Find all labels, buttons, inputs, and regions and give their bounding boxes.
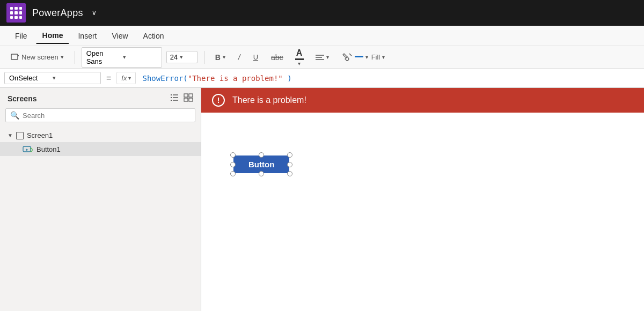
canvas-button-wrapper: Button — [233, 156, 289, 173]
button1-item[interactable]: Button1 — [0, 142, 201, 156]
font-selector[interactable]: Open Sans ▾ — [82, 47, 162, 68]
handle-middle-right[interactable] — [287, 162, 292, 167]
svg-rect-16 — [189, 98, 193, 101]
main-content: Screens — [0, 88, 644, 311]
formula-str: "There is a problem!" — [188, 74, 283, 83]
bold-chevron-icon: ▾ — [223, 54, 225, 60]
align-button[interactable]: ▾ — [311, 51, 333, 63]
equals-sign: = — [106, 73, 111, 83]
fill-icon — [342, 53, 353, 62]
svg-rect-7 — [171, 94, 172, 95]
fx-label: fx — [121, 74, 127, 82]
property-selector[interactable]: OnSelect ▾ — [4, 72, 101, 84]
screen1-chevron-icon: ▼ — [8, 132, 13, 138]
toolbar-separator-1 — [75, 51, 75, 64]
handle-bottom-middle[interactable] — [259, 171, 264, 176]
menu-view[interactable]: View — [105, 28, 134, 43]
new-screen-label: New screen — [21, 53, 58, 61]
menu-insert[interactable]: Insert — [71, 28, 103, 43]
handle-middle-left[interactable] — [230, 162, 236, 167]
fill-color-bar — [355, 56, 363, 57]
search-input[interactable] — [23, 112, 191, 120]
fill-color-button[interactable]: ▾ Fill ▾ — [338, 50, 390, 64]
new-screen-icon — [11, 54, 19, 61]
font-size-value: 24 — [170, 53, 178, 61]
handle-bottom-right[interactable] — [287, 171, 292, 176]
font-color-bar — [295, 58, 304, 60]
menu-home[interactable]: Home — [36, 28, 70, 44]
formula-fn: ShowError( — [142, 74, 187, 83]
align-icon — [316, 54, 324, 61]
screen-tree: ▼ Screen1 Button1 — [0, 127, 201, 311]
screen-box-icon — [16, 132, 24, 139]
waffle-icon[interactable] — [6, 3, 26, 23]
handle-bottom-left[interactable] — [230, 171, 236, 176]
svg-rect-0 — [11, 54, 18, 60]
formula-display[interactable]: ShowError("There is a problem!" ) — [139, 73, 640, 84]
menu-action[interactable]: Action — [137, 28, 171, 43]
canvas-area: ! There is a problem! Button — [201, 88, 644, 311]
toolbar-separator-2 — [204, 51, 204, 64]
screens-label: Screens — [8, 94, 36, 103]
svg-rect-14 — [189, 94, 193, 97]
formula-close: ) — [283, 74, 292, 83]
menu-bar: File Home Insert View Action — [0, 26, 644, 46]
top-bar: PowerApps ∨ — [0, 0, 644, 26]
underline-button[interactable]: U — [249, 51, 262, 63]
error-icon: ! — [212, 94, 225, 107]
fx-button[interactable]: fx ▾ — [116, 72, 136, 84]
font-name: Open Sans — [86, 49, 121, 65]
fill-chevron-icon: ▾ — [365, 54, 368, 60]
svg-line-23 — [31, 151, 32, 152]
menu-file[interactable]: File — [9, 28, 34, 43]
fx-chevron-icon: ▾ — [128, 75, 131, 81]
screen1-label: Screen1 — [27, 131, 53, 139]
property-chevron-icon: ▾ — [53, 75, 96, 82]
svg-line-20 — [30, 148, 31, 149]
button1-icon — [23, 145, 33, 153]
error-message: There is a problem! — [232, 95, 306, 105]
font-chevron-icon: ▾ — [123, 54, 157, 61]
screen1-item[interactable]: ▼ Screen1 — [0, 129, 201, 142]
svg-rect-11 — [171, 100, 172, 101]
fill-label: Fill — [371, 53, 380, 61]
app-chevron-icon[interactable]: ∨ — [92, 9, 97, 17]
font-color-button[interactable]: A ▾ — [292, 47, 307, 68]
fill-label-chevron-icon: ▾ — [382, 54, 385, 60]
font-color-a-icon: A — [296, 48, 303, 58]
strikethrough-button[interactable]: abc — [267, 51, 288, 64]
italic-button[interactable]: / — [234, 51, 245, 64]
svg-rect-9 — [171, 97, 172, 98]
svg-rect-13 — [184, 94, 188, 97]
screens-view-icons — [170, 93, 193, 104]
property-value: OnSelect — [9, 74, 53, 82]
app-title: PowerApps — [32, 8, 83, 19]
svg-line-21 — [31, 148, 32, 149]
grid-view-icon[interactable] — [184, 93, 193, 104]
align-chevron-icon: ▾ — [326, 54, 329, 60]
font-size-chevron-icon: ▾ — [180, 54, 183, 61]
left-panel: Screens — [0, 88, 201, 311]
search-box: 🔍 — [5, 108, 195, 122]
error-banner: ! There is a problem! — [201, 88, 644, 113]
canvas-white[interactable]: Button — [201, 113, 644, 311]
search-icon: 🔍 — [10, 111, 19, 120]
svg-rect-15 — [184, 98, 188, 101]
formula-bar: OnSelect ▾ = fx ▾ ShowError("There is a … — [0, 69, 644, 88]
screens-header: Screens — [0, 88, 201, 108]
svg-line-6 — [349, 54, 352, 56]
new-screen-button[interactable]: New screen ▾ — [6, 51, 68, 63]
new-screen-chevron-icon[interactable]: ▾ — [61, 54, 64, 61]
selection-handles: Button — [233, 156, 289, 173]
handle-top-left[interactable] — [230, 152, 236, 158]
button1-label: Button1 — [36, 145, 61, 153]
bold-button[interactable]: B ▾ — [211, 51, 230, 64]
toolbar: New screen ▾ Open Sans ▾ 24 ▾ B ▾ / U ab… — [0, 46, 644, 69]
handle-top-right[interactable] — [287, 152, 292, 158]
font-size-selector[interactable]: 24 ▾ — [166, 51, 197, 63]
list-view-icon[interactable] — [170, 93, 179, 104]
